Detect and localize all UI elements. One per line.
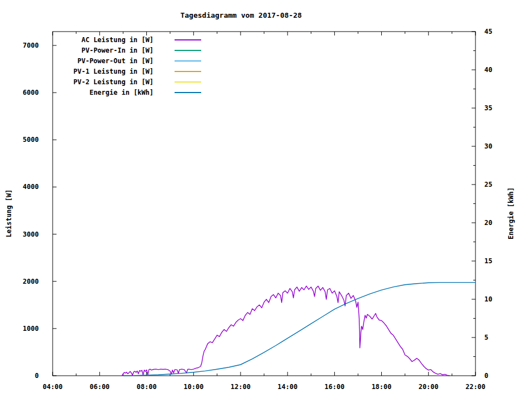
x-tick-label: 14:00 [278, 383, 298, 391]
y2-tick-label: 5 [484, 334, 488, 341]
legend-item: AC Leistung in [W] [55, 34, 201, 45]
y2-tick-label: 10 [484, 295, 492, 303]
legend-label: PV-1 Leistung in [W] [55, 68, 154, 75]
y-tick-label: 6000 [23, 89, 39, 96]
legend: AC Leistung in [W]PV-Power-In in [W]PV-P… [55, 34, 201, 98]
y2-tick-label: 15 [484, 257, 492, 265]
y2-tick-label: 0 [484, 372, 488, 380]
y-tick-label: 1000 [23, 325, 39, 332]
y-tick-label: 4000 [23, 183, 39, 191]
y-tick-label: 0 [35, 372, 39, 380]
chart-canvas: Tagesdiagramm vom 2017-08-28 Leistung [W… [0, 0, 532, 399]
legend-item: PV-2 Leistung in [W] [55, 76, 201, 87]
legend-label: PV-Power-In in [W] [55, 47, 154, 54]
legend-line-sample [175, 92, 201, 93]
y-tick-label: 2000 [23, 278, 39, 285]
y2-tick-label: 20 [484, 219, 492, 227]
legend-item: PV-Power-In in [W] [55, 45, 201, 55]
x-tick-label: 04:00 [43, 383, 63, 391]
legend-item: Energie in [kWh] [55, 87, 201, 98]
x-tick-label: 20:00 [418, 383, 438, 391]
y2-tick-label: 35 [484, 104, 492, 112]
legend-line-sample [175, 39, 201, 40]
legend-line-sample [175, 50, 201, 51]
legend-line-sample [175, 81, 201, 83]
series-line-0 [122, 286, 449, 376]
x-tick-label: 12:00 [231, 383, 250, 391]
x-tick-label: 18:00 [371, 383, 391, 391]
x-tick-label: 10:00 [183, 383, 203, 391]
x-tick-label: 22:00 [466, 383, 485, 391]
y2-tick-label: 40 [484, 66, 492, 74]
legend-line-sample [175, 71, 201, 72]
y2-tick-label: 25 [484, 181, 492, 188]
y-tick-label: 5000 [23, 136, 39, 144]
legend-item: PV-Power-Out in [W] [55, 55, 201, 66]
legend-line-sample [175, 60, 201, 62]
legend-label: AC Leistung in [W] [55, 36, 154, 44]
x-tick-label: 06:00 [90, 383, 110, 391]
x-tick-label: 08:00 [136, 383, 156, 391]
legend-label: PV-Power-Out in [W] [55, 57, 154, 65]
y2-tick-label: 30 [484, 142, 492, 150]
y-tick-label: 3000 [23, 231, 39, 238]
y2-tick-label: 45 [484, 28, 492, 35]
series-line-1 [123, 283, 475, 376]
legend-label: Energie in [kWh] [55, 89, 154, 96]
legend-item: PV-1 Leistung in [W] [55, 66, 201, 76]
x-tick-label: 16:00 [325, 383, 345, 391]
legend-label: PV-2 Leistung in [W] [55, 78, 154, 86]
y-tick-label: 7000 [23, 42, 39, 49]
